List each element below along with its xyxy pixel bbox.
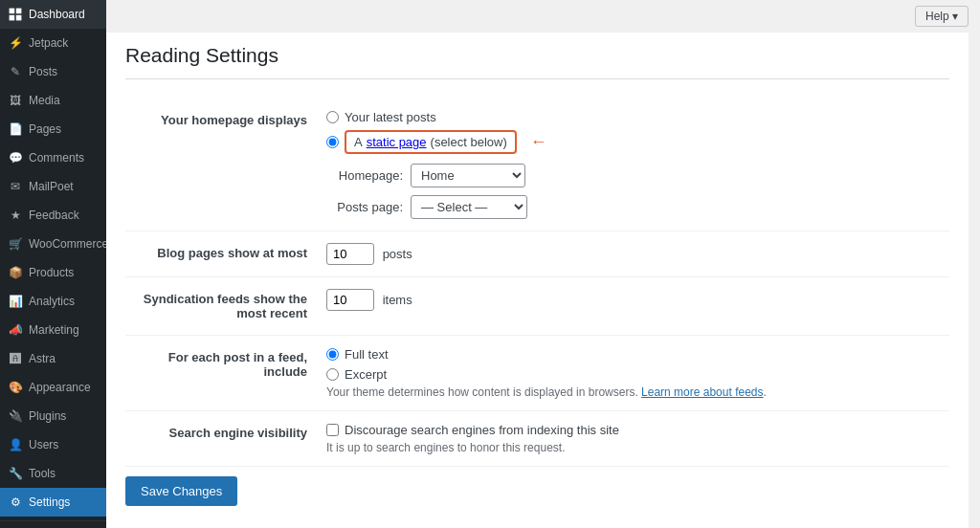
post-feed-field: Full text Excerpt Your theme determines … [317,336,949,411]
topbar: Help ▾ [106,0,980,33]
latest-posts-option[interactable]: Your latest posts [326,110,940,124]
search-engine-field: Discourage search engines from indexing … [317,411,949,467]
static-page-option[interactable]: A static page (select below) ← [326,130,940,154]
syndication-feeds-row: Syndication feeds show the most recent i… [125,277,949,336]
sidebar-item-jetpack[interactable]: ⚡ Jetpack [0,29,106,57]
sidebar-item-pages[interactable]: 📄 Pages [0,115,106,143]
blog-pages-label: Blog pages show at most [125,231,317,277]
sidebar-item-media[interactable]: 🖼 Media [0,86,106,115]
static-page-link[interactable]: static page [367,135,427,149]
settings-table: Your homepage displays Your latest posts… [125,99,949,467]
posts-page-select-row: Posts page: — Select — [326,195,940,219]
latest-posts-radio[interactable] [326,111,339,123]
post-feed-row: For each post in a feed, include Full te… [125,336,949,411]
syndication-feeds-label: Syndication feeds show the most recent [125,277,317,336]
search-engine-row: Search engine visibility Discourage sear… [125,411,949,467]
excerpt-radio[interactable] [326,368,339,381]
sidebar-item-plugins[interactable]: 🔌 Plugins [0,402,106,430]
blog-pages-field: posts [317,231,949,277]
svg-rect-3 [16,15,22,21]
blog-pages-input[interactable] [326,243,374,265]
homepage-displays-label: Your homepage displays [125,99,317,231]
sidebar-item-tools[interactable]: 🔧 Tools [0,459,106,488]
post-feed-label: For each post in a feed, include [125,336,317,411]
sidebar-item-feedback[interactable]: ★ Feedback [0,201,106,230]
woocommerce-icon: 🛒 [8,236,23,252]
dashboard-icon [8,7,23,22]
main-content: Help ▾ Reading Settings Your homepage di… [106,0,980,528]
jetpack-icon: ⚡ [8,35,23,51]
homepage-displays-row: Your homepage displays Your latest posts… [125,99,949,231]
plugins-icon: 🔌 [8,408,23,424]
products-icon: 📦 [8,265,23,280]
homepage-select-row: Homepage: Home [326,164,940,187]
search-engine-checkbox[interactable] [326,424,339,436]
homepage-radio-group: Your latest posts A static page (select … [326,110,940,154]
settings-icon: ⚙ [8,495,23,510]
tools-icon: 🔧 [8,466,23,481]
post-feed-radio-group: Full text Excerpt [326,347,940,382]
sidebar-item-posts[interactable]: ✎ Posts [0,57,106,86]
sidebar-item-mailpoet[interactable]: ✉ MailPoet [0,172,106,201]
posts-page-select[interactable]: — Select — [411,195,527,219]
homepage-select-label: Homepage: [326,168,403,183]
static-page-box: A static page (select below) [345,130,517,154]
learn-more-feeds-link[interactable]: Learn more about feeds [641,385,763,399]
sidebar-item-products[interactable]: 📦 Products [0,258,106,287]
page-title: Reading Settings [125,44,949,79]
post-feed-help: Your theme determines how content is dis… [326,385,940,399]
page-selects: Homepage: Home Posts page: — Select — [326,164,940,219]
posts-icon: ✎ [8,64,23,79]
blog-pages-row: Blog pages show at most posts [125,231,949,277]
excerpt-option[interactable]: Excerpt [326,367,940,382]
sidebar-item-analytics[interactable]: 📊 Analytics [0,287,106,316]
sidebar-item-astra[interactable]: 🅰 Astra [0,344,106,373]
analytics-icon: 📊 [8,294,23,309]
sidebar-item-dashboard[interactable]: Dashboard [0,0,106,29]
blog-pages-suffix: posts [383,247,412,261]
sidebar: Dashboard ⚡ Jetpack ✎ Posts 🖼 Media 📄 Pa… [0,0,106,528]
homepage-displays-field: Your latest posts A static page (select … [317,99,949,231]
appearance-icon: 🎨 [8,380,23,395]
comments-icon: 💬 [8,150,23,165]
svg-rect-1 [16,9,22,14]
marketing-icon: 📣 [8,322,23,338]
syndication-feeds-field: items [317,277,949,336]
posts-page-select-label: Posts page: [326,200,403,214]
users-icon: 👤 [8,437,23,452]
settings-content: Reading Settings Your homepage displays … [106,33,969,528]
sidebar-divider [0,520,106,521]
sidebar-item-marketing[interactable]: 📣 Marketing [0,316,106,344]
save-changes-button[interactable]: Save Changes [125,476,237,506]
homepage-select[interactable]: Home [411,164,525,187]
mailpoet-icon: ✉ [8,179,23,194]
sidebar-item-comments[interactable]: 💬 Comments [0,143,106,172]
search-engine-help: It is up to search engines to honor this… [326,441,940,454]
full-text-radio[interactable] [326,348,339,361]
feedback-icon: ★ [8,208,23,223]
syndication-feeds-input[interactable] [326,289,374,311]
sidebar-item-settings[interactable]: ⚙ Settings [0,488,106,517]
search-engine-label: Search engine visibility [125,411,317,467]
sidebar-item-appearance[interactable]: 🎨 Appearance [0,373,106,402]
help-button[interactable]: Help ▾ [915,6,969,27]
search-engine-checkbox-label[interactable]: Discourage search engines from indexing … [326,423,940,437]
sidebar-item-users[interactable]: 👤 Users [0,430,106,459]
sidebar-item-woocommerce[interactable]: 🛒 WooCommerce [0,230,106,258]
full-text-option[interactable]: Full text [326,347,940,362]
astra-icon: 🅰 [8,351,23,366]
svg-rect-0 [10,9,15,14]
static-page-radio[interactable] [326,136,339,148]
syndication-feeds-suffix: items [383,293,412,307]
pages-icon: 📄 [8,121,23,137]
svg-rect-2 [10,15,15,21]
media-icon: 🖼 [8,93,23,108]
arrow-indicator: ← [530,132,547,152]
